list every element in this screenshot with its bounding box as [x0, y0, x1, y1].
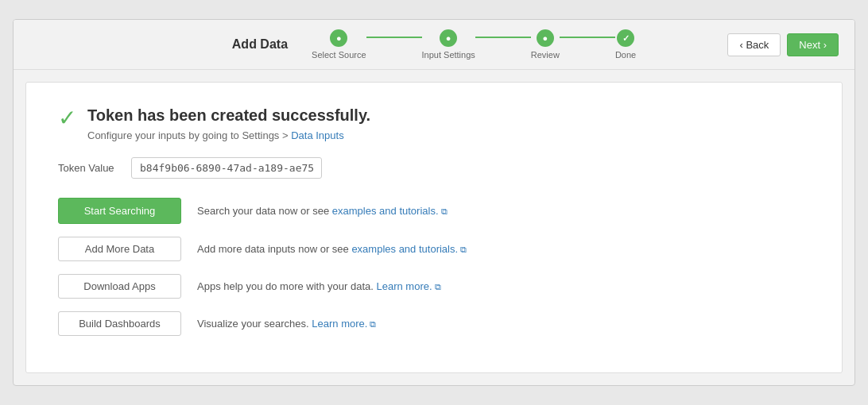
- header-nav: ‹ Back Next ›: [727, 33, 839, 56]
- step-3-label: Review: [531, 50, 560, 60]
- step-1-circle: ●: [330, 29, 347, 47]
- dashboards-desc: Visualize your searches. Learn more. ⧉: [197, 318, 376, 330]
- step-line-2: [475, 37, 531, 38]
- download-apps-prefix: Apps help you do more with your data.: [197, 280, 376, 292]
- search-desc: Search your data now or see examples and…: [197, 205, 448, 217]
- step-select-source: ● Select Source: [312, 29, 366, 60]
- success-section: ✓ Token has been created successfully. C…: [58, 106, 810, 141]
- app-container: Add Data ● Select Source ● Input Setting…: [13, 19, 855, 386]
- step-done: ✓ Done: [615, 29, 636, 60]
- download-apps-button[interactable]: Download Apps: [58, 274, 181, 299]
- step-4-circle: ✓: [617, 29, 634, 47]
- step-review: ● Review: [531, 29, 560, 60]
- token-value-input[interactable]: [131, 157, 322, 179]
- config-text: Configure your inputs by going to Settin…: [87, 129, 370, 141]
- action-row-search: Start Searching Search your data now or …: [58, 198, 810, 224]
- back-button[interactable]: ‹ Back: [727, 33, 781, 56]
- token-label: Token Value: [58, 162, 122, 174]
- step-input-settings: ● Input Settings: [422, 29, 475, 60]
- step-3-circle: ●: [537, 29, 554, 47]
- search-examples-link[interactable]: examples and tutorials.: [332, 205, 439, 217]
- add-more-data-button[interactable]: Add More Data: [58, 237, 181, 261]
- step-2-circle: ●: [440, 29, 457, 47]
- add-data-desc: Add more data inputs now or see examples…: [197, 243, 467, 255]
- add-data-ext-icon: ⧉: [458, 245, 467, 254]
- step-1-label: Select Source: [312, 50, 366, 60]
- step-2-label: Input Settings: [422, 50, 475, 60]
- action-row-download-apps: Download Apps Apps help you do more with…: [58, 274, 810, 299]
- dashboards-ext-icon: ⧉: [367, 319, 376, 329]
- success-check-icon: ✓: [58, 106, 76, 131]
- header: Add Data ● Select Source ● Input Setting…: [14, 20, 854, 70]
- add-data-prefix: Add more data inputs now or see: [197, 243, 351, 255]
- token-section: Token Value: [58, 157, 810, 179]
- search-desc-prefix: Search your data now or see: [197, 205, 332, 217]
- page-title: Add Data: [232, 37, 288, 52]
- content-area: ✓ Token has been created successfully. C…: [25, 82, 843, 373]
- action-row-dashboards: Build Dashboards Visualize your searches…: [58, 311, 810, 336]
- dashboards-link[interactable]: Learn more.: [312, 318, 367, 330]
- start-searching-button[interactable]: Start Searching: [58, 198, 181, 224]
- build-dashboards-button[interactable]: Build Dashboards: [58, 311, 181, 336]
- step-line-3: [560, 37, 615, 38]
- download-apps-desc: Apps help you do more with your data. Le…: [197, 280, 441, 292]
- search-ext-icon: ⧉: [439, 206, 448, 216]
- dashboards-prefix: Visualize your searches.: [197, 318, 312, 330]
- success-text-block: Token has been created successfully. Con…: [87, 106, 370, 141]
- success-heading: Token has been created successfully.: [87, 106, 370, 125]
- step-line-1: [366, 37, 422, 38]
- step-4-label: Done: [615, 50, 636, 60]
- data-inputs-link[interactable]: Data Inputs: [291, 129, 344, 141]
- download-apps-link[interactable]: Learn more.: [376, 280, 432, 292]
- action-row-add-data: Add More Data Add more data inputs now o…: [58, 237, 810, 261]
- next-button[interactable]: Next ›: [787, 33, 839, 56]
- config-text-prefix: Configure your inputs by going to Settin…: [87, 129, 291, 141]
- add-data-examples-link[interactable]: examples and tutorials.: [351, 243, 458, 255]
- download-apps-ext-icon: ⧉: [432, 282, 441, 291]
- stepper: ● Select Source ● Input Settings ● Revie…: [312, 29, 636, 60]
